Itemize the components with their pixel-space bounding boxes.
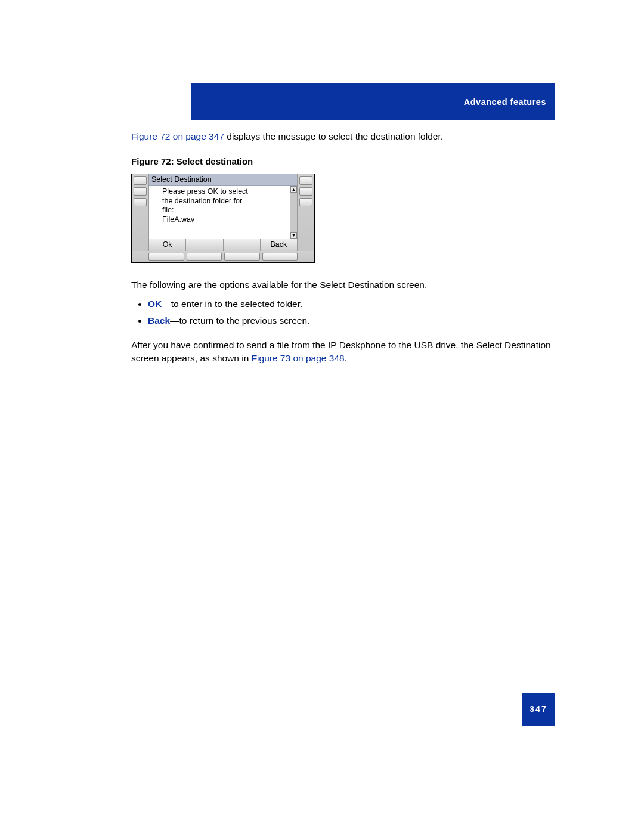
side-button[interactable] (134, 187, 147, 196)
hard-button[interactable] (148, 253, 184, 261)
page-header-bar: Advanced features (191, 83, 555, 120)
side-button[interactable] (134, 176, 147, 185)
figure-caption: Figure 72: Select destination (131, 155, 555, 168)
hard-button[interactable] (224, 253, 260, 261)
screen-line: Please press OK to select (162, 187, 284, 197)
after-part2: . (345, 353, 347, 363)
intro-paragraph: Figure 72 on page 347 displays the messa… (131, 130, 555, 143)
scroll-down-icon[interactable]: ▼ (290, 232, 297, 239)
softkey-row: Ok Back (149, 239, 297, 251)
intro-rest: displays the message to select the desti… (224, 131, 443, 141)
phone-screenshot: Select Destination Please press OK to se… (131, 174, 315, 264)
phone-upper-row: Select Destination Please press OK to se… (132, 174, 314, 252)
screen-body: Please press OK to select the destinatio… (149, 186, 297, 239)
page-number: 347 (522, 693, 555, 726)
screen-message: Please press OK to select the destinatio… (149, 186, 290, 239)
scroll-up-icon[interactable]: ▲ (290, 186, 297, 193)
side-button[interactable] (299, 187, 312, 196)
options-list: OK—to enter in to the selected folder. B… (131, 298, 555, 327)
softkey-blank[interactable] (224, 239, 261, 251)
softkey-blank[interactable] (186, 239, 223, 251)
option-ok-label: OK (148, 299, 162, 309)
hardkey-row (132, 251, 314, 262)
document-page: Advanced features Figure 72 on page 347 … (0, 0, 644, 833)
right-side-buttons (298, 174, 314, 252)
scrollbar[interactable]: ▲ ▼ (290, 186, 297, 239)
screen-title-bar: Select Destination (149, 174, 297, 187)
side-button[interactable] (299, 198, 312, 206)
options-intro: The following are the options available … (131, 278, 555, 292)
hard-button[interactable] (187, 253, 222, 261)
option-item-back: Back—to return to the previous screen. (148, 314, 555, 327)
side-button[interactable] (299, 176, 312, 185)
hard-button[interactable] (262, 253, 298, 261)
side-button[interactable] (134, 198, 147, 206)
figure-73-xref[interactable]: Figure 73 on page 348 (252, 353, 345, 363)
left-side-buttons (132, 174, 148, 252)
option-ok-desc: —to enter in to the selected folder. (162, 299, 302, 309)
screen-line: the destination folder for (162, 197, 284, 206)
softkey-back[interactable]: Back (261, 239, 297, 251)
option-back-desc: —to return to the previous screen. (170, 315, 309, 326)
option-back-label: Back (148, 315, 170, 326)
softkey-ok[interactable]: Ok (149, 239, 186, 251)
option-item-ok: OK—to enter in to the selected folder. (148, 298, 555, 311)
phone-screen: Select Destination Please press OK to se… (148, 174, 298, 252)
after-paragraph: After you have confirmed to send a file … (131, 339, 555, 364)
figure-72-xref[interactable]: Figure 72 on page 347 (131, 131, 224, 141)
screen-line: file: (162, 206, 284, 215)
screen-line: FileA.wav (162, 215, 284, 225)
page-header-title: Advanced features (464, 96, 546, 108)
